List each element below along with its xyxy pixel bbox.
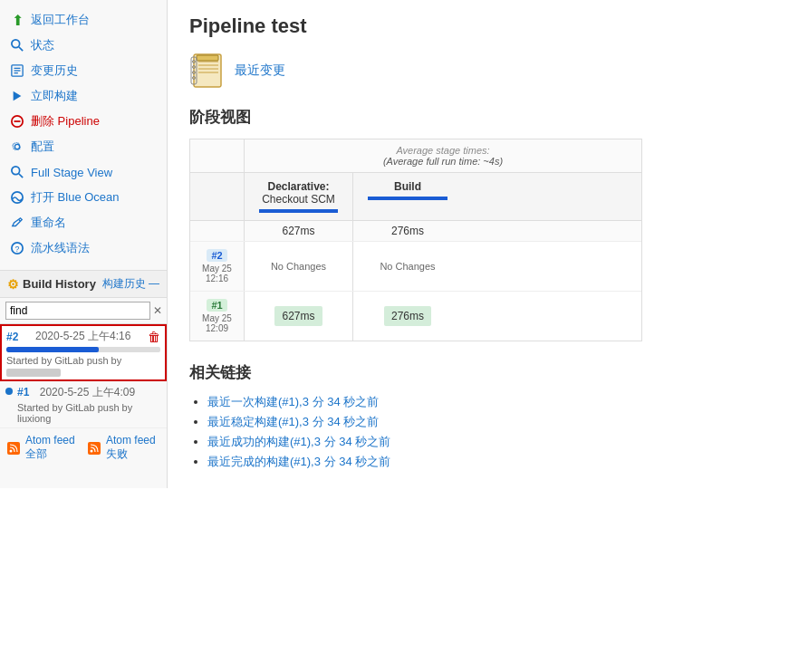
related-link-1[interactable]: 最近稳定构建(#1),3 分 34 秒之前 [207, 415, 379, 428]
sidebar-item-blue-ocean-label: 打开 Blue Ocean [31, 189, 120, 206]
stage-2-no-changes-2: No Changes [380, 261, 435, 272]
sidebar-item-delete[interactable]: 删除 Pipeline [0, 109, 167, 134]
build-entry-2-top: #2 2020-5-25 上午4:16 🗑 [6, 329, 160, 344]
stage-2-cell-1: No Changes [245, 242, 353, 291]
arrow-up-icon: ⬆ [9, 12, 25, 28]
related-links-title: 相关链接 [189, 362, 767, 383]
stage-col-1-bar [259, 209, 338, 213]
list-item: 最近稳定构建(#1),3 分 34 秒之前 [207, 414, 767, 430]
notebook-icon [189, 53, 226, 89]
times-spacer [190, 221, 245, 241]
sidebar-item-configure[interactable]: 配置 [0, 134, 167, 159]
build-1-badge[interactable]: #1 [207, 299, 226, 312]
stage-column-headers: Declarative: Checkout SCM Build [190, 173, 641, 221]
build-2-badge[interactable]: #2 [207, 249, 226, 262]
list-item: 最近一次构建(#1),3 分 34 秒之前 [207, 394, 767, 410]
svg-point-17 [91, 449, 93, 452]
build-entry-1[interactable]: #1 2020-5-25 上午4:09 Started by GitLab pu… [0, 381, 167, 428]
build-2-number-link[interactable]: #2 [6, 331, 18, 343]
stage-1-time-2: 276ms [384, 306, 431, 326]
header-spacer [190, 173, 245, 220]
main-content: Pipeline test 最近变更 阶段 [168, 0, 789, 488]
history-icon [9, 62, 25, 79]
stage-view-title: 阶段视图 [189, 107, 767, 128]
build-history-link[interactable]: 构建历史 — [102, 276, 159, 292]
stage-2-cell-2: No Changes [353, 242, 462, 291]
stage-col-2-header: Build [353, 173, 462, 220]
sidebar-item-full-stage-label: Full Stage View [31, 166, 112, 179]
sidebar-item-back-label: 返回工作台 [31, 12, 90, 28]
list-item: 最近成功的构建(#1),3 分 34 秒之前 [207, 434, 767, 450]
atom-feed-row: Atom feed 全部 Atom feed 失败 [0, 428, 167, 467]
build-2-time-stage: 12:16 [206, 274, 228, 283]
search-clear-button[interactable]: ✕ [150, 304, 165, 317]
build-2-delete-icon[interactable]: 🗑 [148, 330, 160, 344]
avg-times-display: 627ms 276ms [190, 221, 641, 242]
stage-1-cell-1[interactable]: 627ms [245, 292, 353, 341]
svg-point-16 [10, 449, 13, 452]
build-2-month: May 25 [202, 264, 232, 274]
stage-col-1-header: Declarative: Checkout SCM [245, 173, 353, 220]
svg-line-13 [19, 220, 21, 222]
recent-changes-link[interactable]: 最近变更 [235, 62, 285, 79]
sidebar-item-status[interactable]: 状态 [0, 33, 167, 58]
stage-2-no-changes-1: No Changes [271, 261, 326, 272]
gear-icon [9, 139, 25, 155]
build-1-time-stage: 12:09 [206, 323, 228, 333]
build-1-started-by: Started by GitLab push by liuxiong [17, 402, 161, 424]
sidebar-item-delete-label: 删除 Pipeline [31, 113, 100, 130]
zoom-icon [9, 164, 25, 180]
atom-feed-fail-link[interactable]: Atom feed 失败 [106, 434, 159, 462]
svg-marker-6 [14, 91, 22, 101]
question-icon: ? [9, 240, 25, 256]
build-1-number-link[interactable]: #1 [17, 386, 29, 398]
stage-2-avg-time: 276ms [353, 221, 462, 241]
related-link-2[interactable]: 最近成功的构建(#1),3 分 34 秒之前 [207, 435, 390, 448]
build-search-input[interactable] [5, 302, 150, 320]
play-icon [9, 88, 25, 104]
sidebar-item-configure-label: 配置 [31, 139, 54, 155]
blue-ocean-icon [9, 189, 25, 206]
svg-line-11 [19, 174, 23, 178]
related-links-section: 相关链接 最近一次构建(#1),3 分 34 秒之前 最近稳定构建(#1),3 … [189, 362, 767, 470]
stage-build-2-label: #2 May 25 12:16 [190, 242, 245, 291]
list-item: 最近完成的构建(#1),3 分 34 秒之前 [207, 454, 767, 470]
related-links-list: 最近一次构建(#1),3 分 34 秒之前 最近稳定构建(#1),3 分 34 … [189, 394, 767, 470]
sidebar-item-pipeline-syntax-label: 流水线语法 [31, 240, 90, 256]
stage-avg-row: Average stage times: (Average full run t… [190, 139, 641, 173]
sidebar-item-back[interactable]: ⬆ 返回工作台 [0, 7, 167, 33]
build-entry-2[interactable]: #2 2020-5-25 上午4:16 🗑 Started by GitLab … [0, 324, 167, 381]
build-1-status-dot [5, 388, 13, 395]
stage-row-build-1: #1 May 25 12:09 627ms 276ms [190, 292, 641, 341]
rename-icon [9, 215, 25, 231]
related-link-3[interactable]: 最近完成的构建(#1),3 分 34 秒之前 [207, 455, 390, 468]
build-history-section: ⚙ Build History 构建历史 — ✕ #2 2020-5-25 上午… [0, 270, 167, 467]
delete-icon [9, 113, 25, 130]
build-history-header: ⚙ Build History 构建历史 — [0, 271, 167, 298]
sidebar-item-blue-ocean[interactable]: 打开 Blue Ocean [0, 185, 167, 210]
build-2-time: 2020-5-25 上午4:16 [35, 329, 130, 344]
stage-col-2-bar [368, 197, 447, 200]
sidebar-item-pipeline-syntax[interactable]: ? 流水线语法 [0, 235, 167, 261]
search-row: ✕ [0, 298, 167, 324]
build-1-month: May 25 [202, 313, 232, 323]
build-2-user-blurred [6, 369, 61, 377]
sidebar-item-full-stage[interactable]: Full Stage View [0, 159, 167, 185]
sidebar-item-rename-label: 重命名 [31, 215, 66, 231]
atom-feed-all-link[interactable]: Atom feed 全部 [25, 434, 79, 462]
sidebar-item-status-label: 状态 [31, 37, 54, 53]
svg-point-10 [12, 167, 20, 175]
svg-point-0 [12, 40, 20, 48]
sidebar-item-history[interactable]: 变更历史 [0, 58, 167, 83]
avg-spacer [190, 139, 245, 172]
sidebar-item-build-now[interactable]: 立即构建 [0, 83, 167, 109]
sidebar: ⬆ 返回工作台 状态 变更历史 立即构建 删除 Pipeline 配置 [0, 0, 168, 488]
page-title: Pipeline test [189, 14, 767, 38]
recent-changes-section: 最近变更 [189, 53, 767, 89]
build-2-started-by: Started by GitLab push by [6, 355, 160, 377]
sidebar-item-build-now-label: 立即构建 [31, 88, 78, 104]
stage-1-cell-2[interactable]: 276ms [353, 292, 462, 341]
build-2-progress-fill [6, 347, 99, 352]
related-link-0[interactable]: 最近一次构建(#1),3 分 34 秒之前 [207, 395, 379, 408]
sidebar-item-rename[interactable]: 重命名 [0, 210, 167, 235]
